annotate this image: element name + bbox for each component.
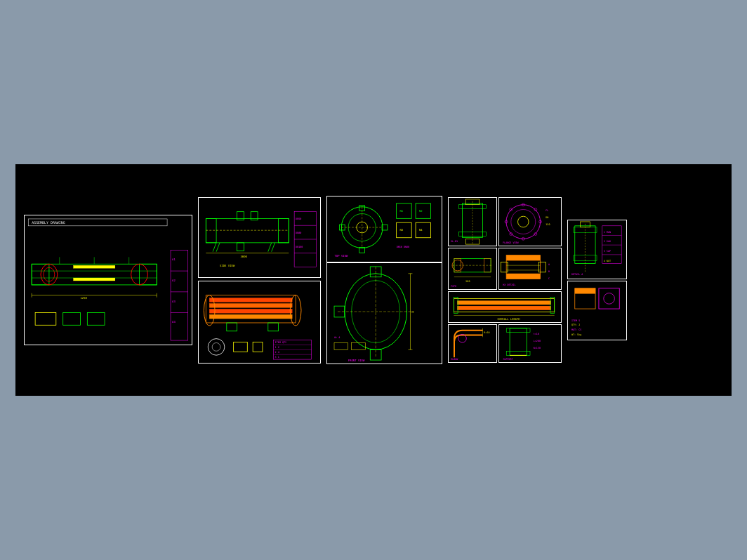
svg-text:SUPPORT: SUPPORT (503, 358, 513, 361)
svg-rect-27 (74, 278, 115, 281)
svg-point-120 (510, 208, 513, 211)
svg-rect-11 (35, 312, 56, 325)
panel-4a: VL-01 (448, 197, 497, 246)
svg-point-60 (208, 338, 225, 355)
svg-text:OVERALL LENGTH: OVERALL LENGTH (497, 317, 520, 321)
svg-point-114 (511, 210, 536, 234)
svg-text:VL-01: VL-01 (451, 240, 458, 243)
svg-rect-151 (550, 298, 555, 314)
svg-text:3000: 3000 (240, 255, 247, 258)
panel-4d: A B C HX DETAIL (498, 248, 562, 290)
svg-text:DN50 DN80: DN50 DN80 (397, 246, 409, 248)
svg-text:ELBOW: ELBOW (451, 358, 458, 361)
svg-rect-83 (397, 222, 412, 238)
svg-text:500: 500 (465, 280, 470, 283)
svg-text:N1: N1 (400, 209, 404, 213)
svg-point-122 (510, 233, 513, 236)
svg-text:A3: A3 (172, 300, 176, 303)
panel-4c: 500 PIPE (448, 248, 497, 290)
svg-line-41 (268, 242, 272, 251)
panel-1: A1 A2 A3 A4 1250 ASSEMBLY DRAWING (24, 215, 192, 345)
svg-text:C: C (548, 277, 550, 280)
svg-text:QTY: 2: QTY: 2 (571, 324, 580, 326)
svg-rect-1 (32, 264, 49, 285)
svg-rect-59 (268, 322, 279, 331)
svg-rect-139 (501, 262, 508, 272)
svg-text:1    2: 1 2 (275, 346, 279, 349)
svg-rect-53 (209, 303, 292, 307)
svg-text:DN: DN (546, 216, 548, 219)
panel-3-wrapper: N1 N2 N3 N4 TOP VIEW DN50 DN80 (326, 196, 442, 364)
svg-rect-84 (416, 222, 431, 238)
panel-4f: ELBOW R=50 (448, 324, 497, 363)
svg-text:DN50: DN50 (296, 218, 301, 220)
svg-text:1250: 1250 (80, 296, 87, 300)
svg-rect-63 (253, 342, 263, 352)
svg-point-121 (534, 208, 537, 211)
svg-rect-81 (397, 204, 412, 219)
panel-5b: ITEM 5 QTY: 2 MAT: CS WT: 5kg (567, 281, 627, 340)
panel-3a: N1 N2 N3 N4 TOP VIEW DN50 DN80 (326, 196, 442, 262)
svg-text:MAT: CS: MAT: CS (571, 328, 581, 331)
panel-3b: H FRONT VIEW At 4 (326, 262, 442, 364)
svg-text:SIDE VIEW: SIDE VIEW (220, 264, 235, 267)
svg-text:N3: N3 (400, 228, 404, 232)
cad-canvas: A1 A2 A3 A4 1250 ASSEMBLY DRAWING (15, 164, 732, 396)
svg-text:W=150: W=150 (534, 347, 541, 349)
svg-line-42 (272, 242, 275, 251)
svg-text:A2: A2 (172, 279, 176, 282)
svg-text:ITEM QTY: ITEM QTY (275, 341, 287, 344)
svg-text:DN100: DN100 (296, 245, 303, 248)
svg-text:HX DETAIL: HX DETAIL (503, 284, 515, 286)
panel-2a: 3000 DN50 DN80 DN100 SIDE VIEW (198, 197, 321, 278)
svg-rect-35 (237, 242, 244, 251)
svg-text:FL: FL (546, 209, 548, 212)
svg-text:FRONT VIEW: FRONT VIEW (348, 359, 365, 362)
svg-rect-137 (506, 255, 540, 261)
svg-text:A1: A1 (172, 258, 176, 261)
svg-rect-181 (575, 288, 595, 294)
svg-text:ASSEMBLY DRAWING: ASSEMBLY DRAWING (32, 220, 65, 225)
panel-2b: ITEM QTY 1 2 2 4 3 1 (198, 281, 321, 364)
panel-5-wrapper: 1 MAN 2 GAK 3 SAP 4 NUT DETAIL A ITEM 5 … (567, 220, 627, 340)
svg-text:DN80: DN80 (296, 232, 301, 234)
svg-rect-140 (539, 262, 546, 272)
svg-text:At 4: At 4 (334, 336, 340, 339)
panel-5a: 1 MAN 2 GAK 3 SAP 4 NUT DETAIL A (567, 220, 627, 279)
svg-rect-150 (454, 298, 458, 314)
svg-rect-82 (416, 204, 431, 219)
svg-text:DETAIL A: DETAIL A (571, 273, 583, 276)
svg-text:L=200: L=200 (534, 340, 541, 342)
svg-text:TOP VIEW: TOP VIEW (335, 254, 348, 258)
svg-text:N2: N2 (419, 209, 423, 213)
svg-text:B: B (548, 270, 550, 273)
svg-text:A4: A4 (172, 320, 176, 324)
svg-point-61 (212, 342, 220, 351)
svg-text:PIPE: PIPE (451, 285, 456, 288)
panel-4-wrapper: VL-01 (448, 197, 562, 363)
svg-text:2    4: 2 4 (275, 351, 279, 354)
panel-2-wrapper: 3000 DN50 DN80 DN100 SIDE VIEW (198, 197, 321, 364)
svg-rect-13 (87, 312, 105, 325)
svg-rect-149 (457, 306, 551, 310)
svg-text:4 NUT: 4 NUT (604, 260, 611, 262)
svg-rect-31 (206, 218, 216, 242)
svg-rect-32 (279, 218, 289, 242)
svg-line-39 (213, 242, 216, 251)
svg-rect-26 (74, 265, 115, 268)
svg-text:t=10: t=10 (534, 333, 539, 335)
svg-text:H: H (411, 310, 414, 314)
svg-rect-103 (334, 342, 348, 349)
svg-text:FLANGE VIEW: FLANGE VIEW (503, 241, 519, 244)
panel-4b: FL DN 150 FLANGE VIEW (498, 197, 562, 246)
panel-4g: t=10 L=200 W=150 SUPPORT (498, 324, 562, 363)
svg-point-123 (534, 233, 537, 236)
svg-text:N4: N4 (419, 228, 423, 232)
svg-text:150: 150 (546, 223, 550, 226)
svg-text:3    1: 3 1 (275, 356, 279, 359)
svg-rect-62 (234, 342, 248, 352)
svg-rect-14 (171, 250, 188, 340)
svg-text:ITEM 5: ITEM 5 (571, 319, 580, 322)
svg-rect-12 (63, 312, 81, 325)
svg-rect-182 (599, 288, 619, 309)
